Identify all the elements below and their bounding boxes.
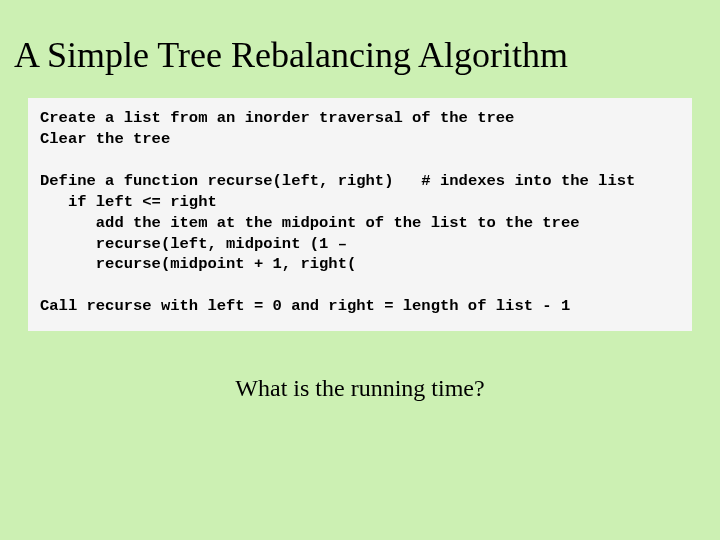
code-line-2: Clear the tree — [40, 130, 170, 148]
code-line-1: Create a list from an inorder traversal … — [40, 109, 514, 127]
code-line-7: recurse(midpoint + 1, right( — [40, 255, 356, 273]
code-line-8: Call recurse with left = 0 and right = l… — [40, 297, 570, 315]
slide: A Simple Tree Rebalancing Algorithm Crea… — [0, 0, 720, 540]
code-line-4: if left <= right — [40, 193, 217, 211]
slide-title: A Simple Tree Rebalancing Algorithm — [0, 0, 720, 76]
code-line-3b: # indexes into the list — [393, 172, 635, 190]
code-line-3a: Define a function recurse(left, right) — [40, 172, 393, 190]
code-line-6: recurse(left, midpoint (1 – — [40, 235, 347, 253]
code-box: Create a list from an inorder traversal … — [28, 98, 692, 331]
code-line-5: add the item at the midpoint of the list… — [40, 214, 580, 232]
question-text: What is the running time? — [0, 375, 720, 402]
